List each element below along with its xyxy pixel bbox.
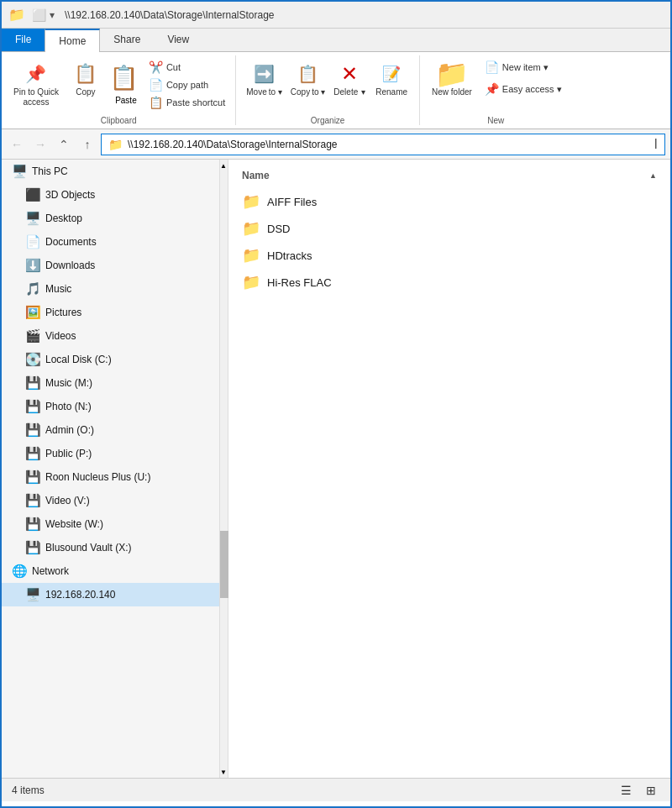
scroll-up-arrow[interactable]: ▲	[219, 160, 228, 171]
nav-item-downloads[interactable]: ⬇️ Downloads	[2, 254, 219, 277]
nav-up-chevron[interactable]: ⌃	[54, 134, 74, 155]
new-folder-label: New folder	[432, 87, 472, 97]
nav-item-blusound-x[interactable]: 💾 Blusound Vault (X:)	[2, 536, 219, 559]
nav-item-photo-n[interactable]: 💾 Photo (N:)	[2, 395, 219, 418]
copy-button[interactable]: 📋 Copy	[67, 59, 104, 99]
dsd-folder-icon: 📁	[242, 219, 260, 238]
public-p-icon: 💾	[25, 446, 40, 461]
nav-item-website-w[interactable]: 💾 Website (W:)	[2, 512, 219, 536]
ribbon-group-new: 📁 New folder 📄 New item ▾ 📌 Easy access …	[420, 55, 572, 125]
rename-button[interactable]: 📝 Rename	[370, 59, 412, 99]
ribbon-group-organize: ➡️ Move to ▾ 📋 Copy to ▾ ✕ Delete ▾	[236, 55, 420, 125]
3d-objects-label: 3D Objects	[45, 189, 95, 201]
content-header: Name ▲	[228, 166, 670, 188]
copy-to-label: Copy to ▾	[291, 87, 325, 97]
address-box[interactable]: 📁 \\192.168.20.140\Data\Storage\Internal…	[101, 134, 665, 155]
roon-nucleus-icon: 💾	[25, 470, 40, 485]
nav-item-music[interactable]: 🎵 Music	[2, 277, 219, 301]
ribbon-tabs: File Home Share View	[2, 29, 670, 52]
nav-item-local-disk-c[interactable]: 💽 Local Disk (C:)	[2, 348, 219, 371]
easy-access-icon: 📌	[486, 82, 499, 96]
pin-to-quick-access-button[interactable]: 📌 Pin to Quick access	[8, 59, 64, 109]
documents-icon: 📄	[25, 234, 40, 249]
nav-up-button[interactable]: ↑	[77, 134, 97, 155]
list-view-button[interactable]: ☰	[617, 781, 635, 800]
website-w-label: Website (W:)	[45, 518, 103, 530]
organize-buttons: ➡️ Move to ▾ 📋 Copy to ▾ ✕ Delete ▾	[243, 55, 412, 114]
nav-item-network[interactable]: 🌐 Network	[2, 559, 219, 583]
scroll-down-arrow[interactable]: ▼	[219, 766, 228, 778]
status-bar: 4 items ☰ ⊞	[2, 778, 670, 801]
detail-view-button[interactable]: ⊞	[642, 781, 660, 800]
address-bar-row: ← → ⌃ ↑ 📁 \\192.168.20.140\Data\Storage\…	[2, 129, 670, 160]
this-pc-icon: 🖥️	[12, 164, 27, 179]
nav-forward-button[interactable]: →	[30, 134, 50, 155]
title-path: \\192.168.20.140\Data\Storage\InternalSt…	[65, 9, 275, 21]
local-disk-c-icon: 💽	[25, 352, 40, 367]
clipboard-buttons: 📌 Pin to Quick access 📋 Copy 📋 Paste	[8, 55, 228, 114]
content-item-hi-res-flac[interactable]: 📁 Hi-Res FLAC	[228, 269, 670, 296]
3d-objects-icon: ⬛	[25, 187, 40, 202]
delete-icon: ✕	[336, 60, 363, 87]
cut-button[interactable]: ✂️ Cut	[146, 59, 228, 76]
new-label: New	[487, 114, 504, 125]
clipboard-label: Clipboard	[101, 114, 137, 125]
nav-item-pictures[interactable]: 🖼️ Pictures	[2, 301, 219, 324]
nav-item-video-v[interactable]: 💾 Video (V:)	[2, 489, 219, 512]
tab-home[interactable]: Home	[45, 29, 100, 52]
new-item-icon: 📄	[486, 60, 499, 74]
delete-button[interactable]: ✕ Delete ▾	[330, 59, 369, 98]
tab-view[interactable]: View	[154, 29, 202, 51]
address-folder-icon: 📁	[108, 138, 123, 151]
aiff-folder-icon: 📁	[242, 192, 260, 211]
music-label: Music	[45, 283, 71, 295]
paste-button[interactable]: 📋	[108, 59, 141, 96]
paste-shortcut-button[interactable]: 📋 Paste shortcut	[146, 94, 228, 111]
pictures-label: Pictures	[45, 307, 81, 318]
nav-item-ip-address[interactable]: 🖥️ 192.168.20.140	[2, 583, 219, 606]
nav-item-admin-o[interactable]: 💾 Admin (O:)	[2, 418, 219, 442]
new-folder-button[interactable]: 📁 New folder	[427, 59, 477, 99]
network-label: Network	[32, 565, 69, 577]
admin-o-label: Admin (O:)	[45, 424, 94, 436]
nav-item-public-p[interactable]: 💾 Public (P:)	[2, 442, 219, 465]
nav-item-3d-objects[interactable]: ⬛ 3D Objects	[2, 183, 219, 207]
local-disk-c-label: Local Disk (C:)	[45, 354, 112, 365]
move-to-label: Move to ▾	[246, 87, 282, 97]
content-item-dsd[interactable]: 📁 DSD	[228, 215, 670, 242]
new-item-button[interactable]: 📄 New item ▾	[482, 59, 565, 76]
nav-item-documents[interactable]: 📄 Documents	[2, 230, 219, 254]
content-item-aiff[interactable]: 📁 AIFF Files	[228, 188, 670, 215]
roon-nucleus-label: Roon Nucleus Plus (U:)	[45, 471, 150, 483]
hdtracks-label: HDtracks	[267, 249, 312, 262]
easy-access-button[interactable]: 📌 Easy access ▾	[482, 81, 565, 97]
desktop-label: Desktop	[45, 212, 82, 224]
copy-icon: 📋	[72, 60, 99, 87]
pin-label: Pin to Quick access	[13, 87, 59, 108]
nav-item-roon-nucleus[interactable]: 💾 Roon Nucleus Plus (U:)	[2, 465, 219, 489]
organize-label: Organize	[311, 114, 345, 125]
copy-label: Copy	[76, 87, 95, 97]
nav-back-button[interactable]: ←	[7, 134, 27, 155]
admin-o-icon: 💾	[25, 422, 40, 438]
tab-file[interactable]: File	[2, 29, 45, 51]
ribbon-group-clipboard: 📌 Pin to Quick access 📋 Copy 📋 Paste	[2, 55, 236, 125]
network-icon: 🌐	[12, 564, 27, 579]
nav-item-videos[interactable]: 🎬 Videos	[2, 324, 219, 348]
nav-item-this-pc[interactable]: 🖥️ This PC	[2, 160, 219, 183]
nav-item-music-m[interactable]: 💾 Music (M:)	[2, 371, 219, 395]
name-column-header[interactable]: Name	[242, 170, 270, 181]
copy-to-button[interactable]: 📋 Copy to ▾	[287, 59, 328, 98]
nav-scrollbar[interactable]: ▲ ▼	[220, 160, 228, 778]
ip-address-icon: 🖥️	[25, 587, 40, 602]
copy-path-button[interactable]: 📄 Copy path	[146, 76, 228, 93]
move-to-button[interactable]: ➡️ Move to ▾	[243, 59, 286, 98]
hdtracks-folder-icon: 📁	[242, 246, 260, 265]
nav-scrollbar-thumb	[220, 531, 228, 598]
ip-address-label: 192.168.20.140	[45, 589, 115, 601]
header-sort-icon: ▲	[649, 171, 657, 180]
nav-item-desktop[interactable]: 🖥️ Desktop	[2, 207, 219, 230]
content-item-hdtracks[interactable]: 📁 HDtracks	[228, 242, 670, 269]
tab-share[interactable]: Share	[100, 29, 154, 51]
rename-label: Rename	[375, 87, 407, 97]
